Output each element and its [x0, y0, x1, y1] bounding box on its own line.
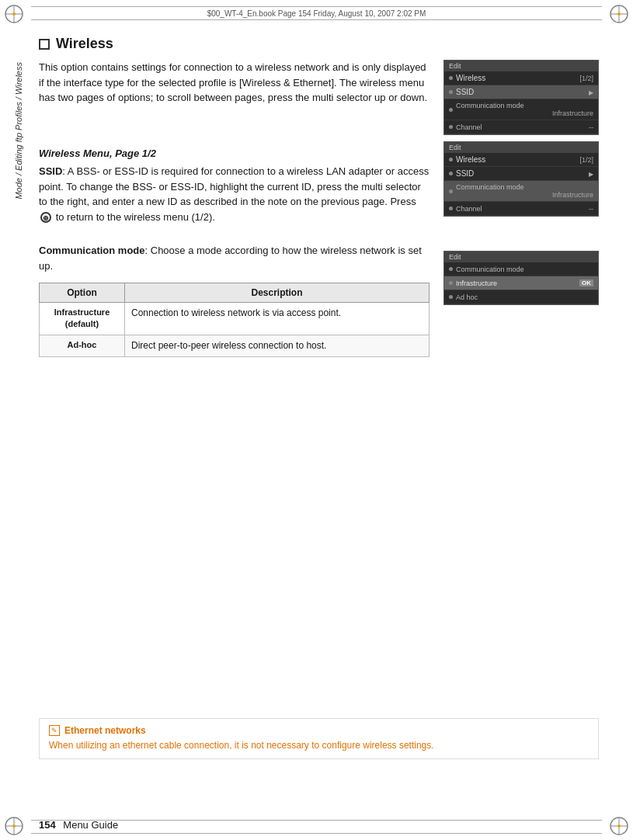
menu-ssid-label-1: SSID — [453, 88, 589, 96]
bottom-bar — [31, 820, 602, 834]
comm-mode-term: Communication mode — [39, 245, 145, 256]
note-icon-char: ✎ — [51, 727, 57, 734]
menu-row-channel-1: Channel -- — [444, 120, 598, 134]
comm-option-row-1: Communication mode — [444, 262, 598, 276]
table-col2-header: Description — [125, 283, 430, 303]
menu-screenshot-3: Edit Communication mode Infrastructure O… — [443, 251, 599, 305]
corner-decoration-br — [608, 815, 630, 837]
header-bar: $00_WT-4_En.book Page 154 Friday, August… — [31, 6, 602, 20]
ssid-block: Wireless Menu, Page 1/2 SSID: A BSS- or … — [39, 141, 599, 234]
ethernet-networks-title: Ethernet networks — [64, 725, 146, 736]
corner-decoration-tr — [608, 3, 630, 25]
table-cell-desc-2: Direct peer-to-peer wireless connection … — [125, 335, 430, 356]
menu-screenshot-1-col: Edit Wireless [1/2] SSID — [443, 60, 599, 135]
note-box: ✎ Ethernet networks When utilizing an et… — [39, 718, 599, 759]
menu-bar-2-label: Edit — [449, 144, 461, 151]
comm-mode-value-2: Infrastructure — [456, 191, 593, 199]
section-heading: Wireless — [39, 36, 599, 52]
comm-mode-group-2: Communication mode Infrastructure — [453, 183, 593, 199]
menu-screenshot-2: Edit Wireless [1/2] SSID — [443, 141, 599, 217]
note-text: When utilizing an ethernet cable connect… — [49, 739, 589, 752]
svg-point-7 — [617, 12, 621, 16]
menu-bar-1-label: Edit — [449, 62, 461, 70]
menu-bar-1: Edit — [444, 61, 598, 71]
menu-row-commmode-1: Communication mode Infrastructure — [444, 99, 598, 120]
channel-value-1: -- — [589, 123, 593, 131]
comm-mode-value-1: Infrastructure — [456, 109, 593, 117]
intro-text-col: This option contains settings for connec… — [39, 60, 430, 135]
ok-badge: OK — [579, 279, 593, 286]
menu-wireless-value-1: [1/2] — [579, 75, 593, 82]
section-title: Wireless — [56, 36, 113, 52]
table-cell-option-2: Ad-hoc — [40, 335, 125, 356]
ssid-term: SSID — [39, 165, 62, 177]
note-icon-row: ✎ Ethernet networks — [49, 725, 589, 736]
ssid-arrow-2 — [589, 169, 593, 178]
menu-screenshot-3-col: Edit Communication mode Infrastructure O… — [443, 243, 599, 357]
main-content: Wireless This option contains settings f… — [39, 30, 599, 806]
menu-bar-3: Edit — [444, 252, 598, 262]
svg-point-15 — [617, 824, 621, 828]
comm-mode-text-col: Communication mode: Choose a mode accord… — [39, 243, 430, 357]
menu-bar-2: Edit — [444, 142, 598, 153]
svg-point-11 — [12, 824, 16, 828]
comm-mode-row-label: Communication mode — [453, 266, 593, 273]
menu-screenshot-2-col: Edit Wireless [1/2] SSID — [443, 141, 599, 234]
comm-mode-label-1: Communication mode — [456, 102, 593, 109]
comm-mode-paragraph: Communication mode: Choose a mode accord… — [39, 243, 430, 273]
note-icon: ✎ — [49, 725, 60, 736]
wireless-menu-heading: Wireless Menu, Page 1/2 — [39, 148, 430, 159]
checkbox-icon — [39, 39, 50, 50]
comm-option-row-2: Infrastructure OK — [444, 276, 598, 290]
table-col1-header: Option — [40, 283, 125, 303]
channel-label-2: Channel — [453, 205, 589, 213]
channel-label-1: Channel — [453, 123, 589, 131]
table-cell-option-1: Infrastructure (default) — [40, 303, 125, 335]
menu-wireless-value-2: [1/2] — [579, 156, 593, 164]
corner-decoration-bl — [3, 815, 25, 837]
sidebar-label: Mode / Editing ftp Profiles / Wireless — [14, 62, 26, 200]
menu-button-icon: ⊕ — [40, 212, 51, 223]
menu-wireless-label-1: Wireless — [453, 74, 579, 82]
menu-screenshot-1: Edit Wireless [1/2] SSID — [443, 60, 599, 135]
infrastructure-label: Infrastructure — [453, 279, 579, 287]
comm-mode-block: Communication mode: Choose a mode accord… — [39, 243, 599, 357]
menu-row-channel-2: Channel -- — [444, 202, 598, 216]
menu-wireless-label-2: Wireless — [453, 155, 579, 164]
channel-value-2: -- — [589, 205, 593, 213]
menu-row-ssid-2: SSID — [444, 167, 598, 181]
ssid-text-col: Wireless Menu, Page 1/2 SSID: A BSS- or … — [39, 141, 430, 234]
intro-block: This option contains settings for connec… — [39, 60, 599, 135]
ssid-description: : A BSS- or ESS-ID is required for conne… — [39, 165, 429, 207]
corner-decoration-tl — [3, 3, 25, 25]
table-cell-desc-1: Connection to wireless network is via ac… — [125, 303, 430, 335]
header-text: $00_WT-4_En.book Page 154 Friday, August… — [207, 9, 426, 18]
ssid-arrow-1 — [589, 88, 593, 96]
table-row: Ad-hoc Direct peer-to-peer wireless conn… — [40, 335, 430, 356]
table-row: Infrastructure (default) Connection to w… — [40, 303, 430, 335]
options-table: Option Description Infrastructure (defau… — [39, 283, 430, 357]
menu-ssid-label-2: SSID — [453, 169, 589, 178]
comm-mode-label-2: Communication mode — [456, 183, 593, 191]
svg-point-3 — [12, 12, 16, 16]
menu-bar-3-label: Edit — [449, 253, 461, 261]
ssid-paragraph: SSID: A BSS- or ESS-ID is required for c… — [39, 164, 430, 224]
menu-row-ssid-1: SSID — [444, 85, 598, 99]
ssid-description-2: to return to the wireless menu (1/2). — [56, 211, 215, 223]
menu-row-commmode-2: Communication mode Infrastructure — [444, 181, 598, 202]
menu-row-wireless-1: Wireless [1/2] — [444, 71, 598, 85]
adhoc-label: Ad hoc — [453, 293, 593, 301]
comm-mode-group-1: Communication mode Infrastructure — [453, 102, 593, 117]
menu-row-wireless-2: Wireless [1/2] — [444, 153, 598, 167]
intro-paragraph: This option contains settings for connec… — [39, 60, 430, 106]
comm-option-row-3: Ad hoc — [444, 290, 598, 304]
